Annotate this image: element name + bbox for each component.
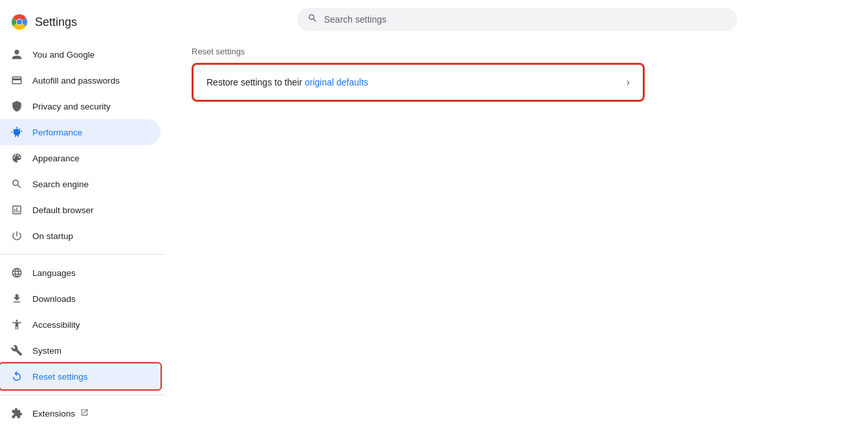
reset-settings-section: Reset settings Restore settings to their… (192, 47, 842, 102)
sidebar-divider-1 (0, 254, 166, 255)
sidebar-item-appearance-label: Appearance (32, 154, 80, 163)
search-bar-container (192, 0, 842, 47)
sidebar-item-you-and-google-label: You and Google (32, 50, 95, 60)
sidebar-item-autofill-label: Autofill and passwords (32, 76, 120, 86)
person-icon (10, 48, 23, 61)
extensions-icon (10, 407, 23, 420)
sidebar-item-default-browser[interactable]: Default browser (0, 197, 161, 223)
sidebar-item-performance[interactable]: Performance (0, 119, 161, 145)
extensions-label-wrapper: Extensions (32, 408, 89, 419)
sidebar-item-autofill[interactable]: Autofill and passwords (0, 67, 161, 93)
sidebar-item-accessibility[interactable]: Accessibility (0, 312, 161, 338)
startup-icon (10, 229, 23, 242)
appearance-icon (10, 152, 23, 165)
sidebar-divider-2 (0, 395, 166, 395)
chevron-right-icon: › (627, 76, 630, 88)
sidebar-item-extensions-label: Extensions (32, 409, 75, 419)
languages-icon (10, 266, 23, 279)
sidebar-item-you-and-google[interactable]: You and Google (0, 41, 161, 67)
accessibility-icon (10, 318, 23, 331)
sidebar-item-privacy-label: Privacy and security (32, 102, 111, 111)
sidebar-title: Settings (35, 16, 77, 29)
performance-icon (10, 126, 23, 139)
downloads-icon (10, 292, 23, 305)
restore-settings-text: Restore settings to their original defau… (206, 77, 368, 87)
search-icon (307, 13, 318, 26)
sidebar-item-appearance[interactable]: Appearance (0, 145, 161, 171)
main-content: Reset settings Restore settings to their… (166, 0, 868, 436)
shield-icon (10, 100, 23, 113)
sidebar-header: Settings (0, 5, 166, 41)
sidebar-item-privacy[interactable]: Privacy and security (0, 93, 161, 119)
sidebar-item-reset-settings[interactable]: Reset settings (0, 363, 161, 389)
sidebar-item-on-startup[interactable]: On startup (0, 223, 161, 249)
reset-card: Restore settings to their original defau… (192, 63, 645, 102)
sidebar-item-on-startup-label: On startup (32, 231, 73, 241)
sidebar: Settings You and Google Autofill and pas… (0, 0, 166, 436)
default-browser-icon (10, 203, 23, 216)
sidebar-item-accessibility-label: Accessibility (32, 320, 80, 330)
search-engine-icon (10, 178, 23, 190)
svg-point-2 (17, 19, 22, 25)
sidebar-item-downloads[interactable]: Downloads (0, 286, 161, 312)
reset-icon (10, 370, 23, 383)
sidebar-item-system-label: System (32, 346, 61, 356)
system-icon (10, 344, 23, 357)
sidebar-item-languages[interactable]: Languages (0, 260, 161, 286)
sidebar-item-default-browser-label: Default browser (32, 205, 94, 215)
sidebar-item-reset-settings-label: Reset settings (32, 372, 88, 382)
sidebar-item-extensions[interactable]: Extensions (0, 400, 161, 426)
search-bar[interactable] (297, 8, 737, 31)
external-link-icon (80, 408, 89, 419)
sidebar-item-languages-label: Languages (32, 268, 76, 278)
sidebar-item-performance-label: Performance (32, 128, 82, 137)
original-defaults-link: original defaults (305, 77, 368, 87)
restore-settings-item[interactable]: Restore settings to their original defau… (194, 65, 643, 100)
chrome-logo-icon (10, 13, 28, 31)
section-title: Reset settings (192, 47, 842, 56)
sidebar-item-search-engine[interactable]: Search engine (0, 171, 161, 197)
autofill-icon (10, 74, 23, 87)
sidebar-item-downloads-label: Downloads (32, 294, 76, 304)
sidebar-item-system[interactable]: System (0, 338, 161, 363)
search-input[interactable] (324, 14, 727, 25)
sidebar-item-search-engine-label: Search engine (32, 179, 89, 189)
